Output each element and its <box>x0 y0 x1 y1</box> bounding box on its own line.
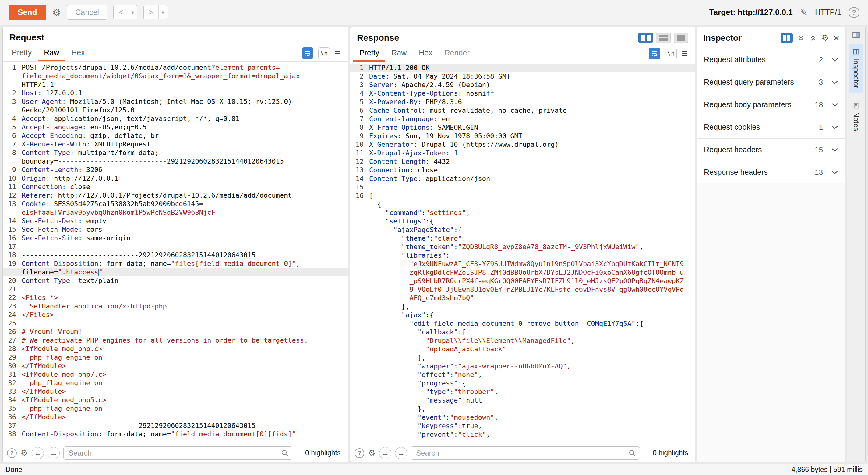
code-line[interactable]: 13Cookie: SESS05d4275ca1538832b5ab92000b… <box>3 200 348 208</box>
code-line[interactable]: 3User-Agent: Mozilla/5.0 (Macintosh; Int… <box>3 97 348 106</box>
inspector-section-request-cookies[interactable]: Request cookies 1 <box>697 116 845 138</box>
inspector-section-request-body-parameters[interactable]: Request body parameters 18 <box>697 93 845 116</box>
code-line[interactable]: { <box>350 200 695 209</box>
code-line[interactable]: 7X-Requested-With: XMLHttpRequest <box>3 140 348 149</box>
code-line[interactable]: 13Connection: close <box>350 166 695 175</box>
code-line[interactable]: 28<IfModule mod_php.c> <box>3 345 348 353</box>
code-line[interactable]: 10Origin: http://127.0.0.1 <box>3 174 348 183</box>
code-line[interactable]: 4X-Content-Type-Options: nosniff <box>350 89 695 98</box>
editor-menu-icon[interactable]: ≡ <box>335 47 341 59</box>
code-line[interactable]: "callback":[ <box>350 328 695 337</box>
code-line[interactable]: "eJx9UNFuwzAI_CE3-YZ9SUUIWdmw8Qyu1n19nSp… <box>350 260 695 268</box>
code-line[interactable]: 14Content-Type: application/json <box>350 175 695 183</box>
code-line[interactable]: 34<IfModule mod_php5.c> <box>3 396 348 404</box>
code-line[interactable]: "event":"mousedown", <box>350 413 695 422</box>
code-line[interactable]: "uploadAjaxCallback" <box>350 345 695 353</box>
code-line[interactable]: 36</IfModule> <box>3 413 348 421</box>
layout-rows-button[interactable] <box>656 33 671 43</box>
code-line[interactable]: 8Content-Type: multipart/form-data; <box>3 149 348 157</box>
inspector-section-response-headers[interactable]: Response headers 13 <box>697 161 845 183</box>
cancel-button[interactable]: Cancel <box>67 5 107 20</box>
inspector-close-icon[interactable]: × <box>833 32 839 44</box>
code-line[interactable]: }, <box>350 303 695 311</box>
code-line[interactable]: 33</IfModule> <box>3 387 348 396</box>
inspector-section-request-query-parameters[interactable]: Request query parameters 3 <box>697 71 845 93</box>
send-button[interactable]: Send <box>8 5 46 20</box>
code-line[interactable]: 22<Files *> <box>3 293 348 302</box>
code-line[interactable]: _pS9HLbR7ROcrPX4f-eqKGrOQ00FAFYFsR7IFZL9… <box>350 277 695 285</box>
code-line[interactable]: "ajaxPageState":{ <box>350 226 695 234</box>
code-line[interactable]: "type":"throbber", <box>350 388 695 396</box>
code-line[interactable]: Gecko/20100101 Firefox/125.0 <box>3 106 348 115</box>
code-line[interactable]: "ajax":{ <box>350 311 695 319</box>
layout-columns-button[interactable] <box>638 33 653 43</box>
code-line[interactable]: AFQ_c7md3shm7bQ" <box>350 294 695 303</box>
code-line[interactable]: "theme_token":"ZQDBULqR8_eypZ8eA78_8azcT… <box>350 243 695 251</box>
forward-dropdown-icon[interactable]: ▾ <box>158 5 167 19</box>
code-line[interactable]: 19Content-Disposition: form-data; name="… <box>3 259 348 268</box>
edit-target-pencil-icon[interactable]: ✎ <box>800 7 808 18</box>
code-line[interactable]: 5X-Powered-By: PHP/8.3.6 <box>350 98 695 106</box>
code-line[interactable]: 24</Files> <box>3 311 348 319</box>
code-line[interactable]: 12Referer: http://127.0.0.1/Projects/dru… <box>3 191 348 200</box>
search-prev-button[interactable]: ← <box>32 447 44 459</box>
code-line[interactable]: "edit-field-media-document-0-remove-butt… <box>350 319 695 328</box>
history-back-button[interactable]: < ▾ <box>113 5 137 20</box>
search-settings-gear-icon[interactable]: ⚙ <box>368 448 375 458</box>
code-line[interactable]: "message":null <box>350 396 695 405</box>
code-line[interactable]: 25 <box>3 319 348 328</box>
request-tab-pretty[interactable]: Pretty <box>6 45 38 61</box>
code-line[interactable]: 2Host: 127.0.0.1 <box>3 89 348 97</box>
search-settings-gear-icon[interactable]: ⚙ <box>21 448 28 458</box>
code-line[interactable]: boundary=---------------------------2921… <box>3 157 348 166</box>
request-tab-hex[interactable]: Hex <box>65 45 91 61</box>
collapse-all-icon[interactable] <box>809 34 817 42</box>
code-line[interactable]: "command":"settings", <box>350 209 695 217</box>
code-line[interactable]: 26# Vroum! Vroum! <box>3 328 348 336</box>
response-tab-raw[interactable]: Raw <box>385 45 413 62</box>
inspector-pane-view-icon[interactable] <box>781 33 793 43</box>
back-arrow-icon[interactable]: < <box>114 5 128 19</box>
code-line[interactable]: "settings":{ <box>350 217 695 226</box>
response-tab-pretty[interactable]: Pretty <box>353 45 385 62</box>
editor-menu-icon[interactable]: ≡ <box>682 48 688 59</box>
history-forward-button[interactable]: > ▾ <box>144 5 167 20</box>
code-line[interactable]: eIsHfaaETVr3av95yvbqQhzn0kom1P5wPcNSqB2V… <box>3 208 348 217</box>
inspector-section-request-headers[interactable]: Request headers 15 <box>697 138 845 161</box>
search-help-icon[interactable]: ? <box>7 448 17 458</box>
code-line[interactable]: 37-----------------------------292129206… <box>3 421 348 430</box>
code-line[interactable]: 6Cache-Control: must-revalidate, no-cach… <box>350 106 695 115</box>
search-help-icon[interactable]: ? <box>354 448 364 458</box>
response-tab-render[interactable]: Render <box>439 45 476 62</box>
code-line[interactable]: 31<IfModule mod_php7.c> <box>3 370 348 379</box>
search-next-button[interactable]: → <box>48 447 60 459</box>
http-version-label[interactable]: HTTP/1 <box>815 8 841 17</box>
code-line[interactable]: 16[ <box>350 192 695 200</box>
inspector-section-request-attributes[interactable]: Request attributes 2 <box>697 48 845 71</box>
code-line[interactable]: 15 <box>350 183 695 192</box>
show-newlines-button[interactable]: \n <box>665 48 677 59</box>
code-line[interactable]: 3Server: Apache/2.4.59 (Debian) <box>350 81 695 89</box>
code-line[interactable]: zqRlkgDdlcFWZoISJP8-ZM40dBBQoOrbX7DYsLJ2… <box>350 268 695 277</box>
code-line[interactable]: 1POST /Projects/drupal-10.2.6/media/add/… <box>3 63 348 72</box>
word-wrap-toggle-icon[interactable] <box>649 48 660 59</box>
code-line[interactable]: "Drupal\\file\\Element\\ManagedFile", <box>350 337 695 345</box>
code-line[interactable]: 30</IfModule> <box>3 362 348 370</box>
layout-single-button[interactable] <box>674 33 688 43</box>
code-line[interactable]: "effect":"none", <box>350 371 695 379</box>
code-line[interactable]: 4Accept: application/json, text/javascri… <box>3 115 348 123</box>
response-search-input[interactable] <box>411 446 640 460</box>
code-line[interactable]: 9Expires: Sun, 19 Nov 1978 05:00:00 GMT <box>350 132 695 140</box>
code-line[interactable]: "wrapper":"ajax-wrapper--nUGbUMnY-AQ", <box>350 362 695 371</box>
back-dropdown-icon[interactable]: ▾ <box>128 5 137 19</box>
code-line[interactable]: ], <box>350 353 695 362</box>
code-line[interactable]: "keypress":true, <box>350 422 695 430</box>
send-settings-gear-icon[interactable]: ⚙ <box>52 8 61 18</box>
code-line[interactable]: "libraries": <box>350 251 695 260</box>
code-line[interactable]: 14Sec-Fetch-Dest: empty <box>3 217 348 225</box>
code-line[interactable]: 23 SetHandler application/x-httpd-php <box>3 302 348 311</box>
code-line[interactable]: 27# We reactivate PHP engines for all ve… <box>3 336 348 345</box>
code-line[interactable]: 8X-Frame-Options: SAMEORIGIN <box>350 123 695 132</box>
code-line[interactable]: "progress":{ <box>350 379 695 388</box>
code-line[interactable]: 29 php_flag engine on <box>3 353 348 362</box>
